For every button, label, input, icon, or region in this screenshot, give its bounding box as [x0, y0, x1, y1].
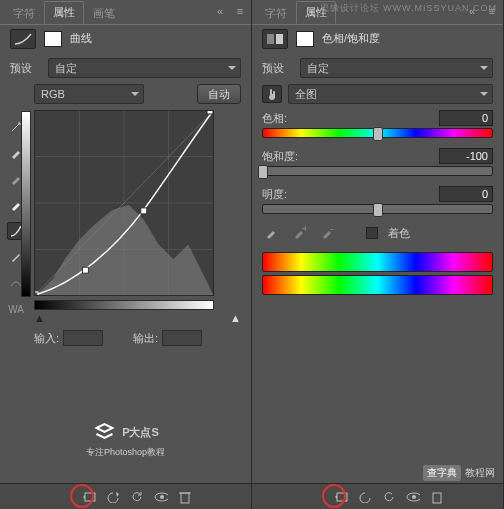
svg-rect-8	[82, 267, 88, 273]
output-label: 输出:	[133, 331, 158, 346]
collapse-icon[interactable]: «	[213, 4, 227, 18]
reset-icon[interactable]	[130, 490, 144, 504]
black-point-slider[interactable]: ▲	[34, 312, 45, 324]
eyedropper-subtract-icon[interactable]: -	[318, 224, 336, 242]
colorize-checkbox[interactable]	[366, 227, 378, 239]
hue-label: 色相:	[262, 111, 287, 126]
watermark-logo: P大点S 专注Photoshop教程	[86, 420, 165, 459]
svg-text:+: +	[302, 226, 306, 234]
hue-slider[interactable]	[262, 128, 493, 138]
curves-adjustment-icon	[10, 29, 36, 49]
preset-select[interactable]: 自定	[48, 58, 241, 78]
lightness-field[interactable]: 0	[439, 186, 493, 202]
white-point-slider[interactable]: ▲	[230, 312, 241, 324]
svg-rect-17	[276, 34, 283, 44]
spectrum-bar-top	[262, 252, 493, 272]
visibility-icon[interactable]	[406, 490, 420, 504]
view-previous-icon[interactable]	[106, 490, 120, 504]
svg-rect-20	[337, 493, 347, 501]
color-range-select[interactable]: 全图	[288, 84, 493, 104]
mask-thumbnail[interactable]	[44, 31, 62, 47]
input-field[interactable]	[63, 330, 103, 346]
reset-icon[interactable]	[382, 490, 396, 504]
eyedropper-icon[interactable]	[262, 224, 280, 242]
panel-menu-icon[interactable]: ≡	[485, 4, 499, 18]
wa-icon: WA	[7, 300, 25, 318]
curves-graph[interactable]	[34, 110, 214, 296]
svg-rect-14	[181, 493, 189, 503]
tab-properties[interactable]: 属性	[44, 1, 84, 24]
tab-character[interactable]: 字符	[4, 2, 44, 24]
trash-icon[interactable]	[430, 490, 444, 504]
preset-label: 预设	[262, 61, 294, 76]
hue-field[interactable]: 0	[439, 110, 493, 126]
mask-thumbnail[interactable]	[296, 31, 314, 47]
svg-point-13	[160, 495, 164, 499]
saturation-label: 饱和度:	[262, 149, 298, 164]
collapse-icon[interactable]: «	[465, 4, 479, 18]
watermark-bottom: 查字典教程网	[423, 465, 495, 481]
hue-sat-adjustment-icon	[262, 29, 288, 49]
targeted-adjust-icon[interactable]	[262, 85, 282, 103]
svg-rect-16	[267, 34, 274, 44]
channel-select[interactable]: RGB	[34, 84, 144, 104]
visibility-icon[interactable]	[154, 490, 168, 504]
panel-title: 曲线	[70, 31, 92, 46]
eyedropper-add-icon[interactable]: +	[290, 224, 308, 242]
view-previous-icon[interactable]	[358, 490, 372, 504]
preset-label: 预设	[10, 61, 42, 76]
lightness-label: 明度:	[262, 187, 287, 202]
svg-text:-: -	[330, 226, 334, 234]
svg-rect-11	[85, 493, 95, 501]
input-gradient	[34, 300, 214, 310]
auto-button[interactable]: 自动	[197, 84, 241, 104]
saturation-slider[interactable]	[262, 166, 493, 176]
clip-to-layer-icon[interactable]	[82, 490, 96, 504]
svg-rect-10	[207, 111, 213, 114]
tab-character[interactable]: 字符	[256, 2, 296, 24]
output-gradient	[21, 111, 31, 297]
input-label: 输入:	[34, 331, 59, 346]
output-field[interactable]	[162, 330, 202, 346]
svg-point-22	[412, 495, 416, 499]
svg-rect-9	[141, 208, 147, 214]
panel-title: 色相/饱和度	[322, 31, 380, 46]
colorize-label: 着色	[388, 226, 410, 241]
lightness-slider[interactable]	[262, 204, 493, 214]
panel-menu-icon[interactable]: ≡	[233, 4, 247, 18]
trash-icon[interactable]	[178, 490, 192, 504]
preset-select[interactable]: 自定	[300, 58, 493, 78]
tab-brush[interactable]: 画笔	[84, 2, 124, 24]
svg-rect-7	[35, 292, 38, 295]
clip-to-layer-icon[interactable]	[334, 490, 348, 504]
saturation-field[interactable]: -100	[439, 148, 493, 164]
spectrum-bar-bottom	[262, 275, 493, 295]
svg-rect-23	[433, 493, 441, 503]
